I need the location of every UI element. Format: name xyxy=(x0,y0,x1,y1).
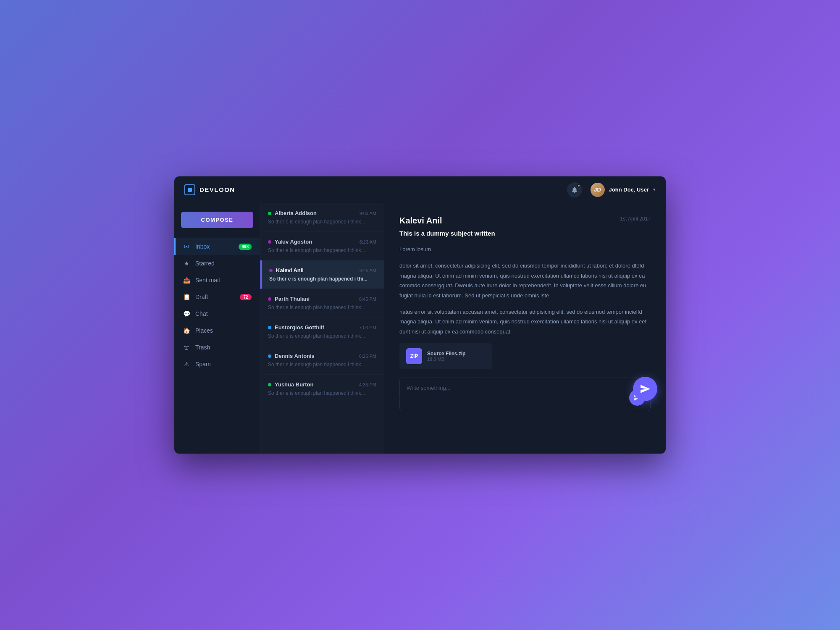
chat-label: Chat xyxy=(195,310,208,317)
nav-items: ✉Inbox998★Starred📤Sent mail📋Draft72💬Chat… xyxy=(174,238,260,373)
email-from-name: Kalevi Anil xyxy=(399,216,442,226)
sidebar-item-inbox[interactable]: ✉Inbox998 xyxy=(174,238,260,255)
sidebar: COMPOSE ✉Inbox998★Starred📤Sent mail📋Draf… xyxy=(174,203,260,454)
attachment-icon: ZIP xyxy=(406,348,422,364)
logo-area: DEVLOON xyxy=(184,184,235,195)
email-list-item[interactable]: Eustorgios Gotthilf7:03 PMSo ther e is e… xyxy=(260,318,384,346)
places-label: Places xyxy=(195,327,213,334)
reply-placeholder: Write something... xyxy=(407,385,451,391)
email-time: 7:03 PM xyxy=(359,325,376,330)
header: DEVLOON JD John Doe, User ▾ xyxy=(174,176,666,203)
email-preview: So ther e is enough plan happened i thin… xyxy=(268,333,376,339)
notification-button[interactable] xyxy=(567,182,582,197)
sidebar-item-spam[interactable]: ⚠Spam xyxy=(174,356,260,373)
email-item-header: Yakiv Agoston8:23 AM xyxy=(268,239,376,245)
email-time: 4:35 PM xyxy=(359,382,376,387)
fab-send-icon xyxy=(640,383,651,394)
email-list-item[interactable]: Dennis Antonis6:25 PMSo ther e is enough… xyxy=(260,346,384,375)
email-time: 8:23 AM xyxy=(360,239,376,244)
user-area[interactable]: JD John Doe, User ▾ xyxy=(591,183,656,197)
email-subject: This is a dummy subject written xyxy=(399,230,651,237)
sidebar-item-chat[interactable]: 💬Chat xyxy=(174,305,260,322)
email-item-header: Parth Thulani8:45 PM xyxy=(268,296,376,302)
starred-label: Starred xyxy=(195,260,215,267)
draft-badge: 72 xyxy=(240,294,252,300)
trash-label: Trash xyxy=(195,344,210,351)
header-right: JD John Doe, User ▾ xyxy=(567,182,656,197)
sidebar-item-draft[interactable]: 📋Draft72 xyxy=(174,289,260,305)
email-sender: Eustorgios Gotthilf xyxy=(268,324,324,331)
email-list-item[interactable]: Kalevi Anil6:25 AMSo ther e is enough pl… xyxy=(260,260,384,289)
status-dot xyxy=(268,354,271,358)
email-sender: Kalevi Anil xyxy=(269,267,304,273)
sent-label: Sent mail xyxy=(195,277,220,284)
email-content-wrapper: Kalevi Anil 1st April 2017 This is a dum… xyxy=(399,216,651,411)
email-sender: Dennis Antonis xyxy=(268,353,315,359)
sidebar-item-places[interactable]: 🏠Places xyxy=(174,322,260,339)
email-list-item[interactable]: Yushua Burton4:35 PMSo ther e is enough … xyxy=(260,375,384,403)
email-item-header: Yushua Burton4:35 PM xyxy=(268,381,376,388)
email-preview: So ther e is enough plan happened i thin… xyxy=(268,362,376,368)
body-para2: natus error sit voluptatem accusan amet,… xyxy=(399,307,651,336)
draft-label: Draft xyxy=(195,294,208,300)
compose-button[interactable]: COMPOSE xyxy=(181,212,253,228)
bell-icon xyxy=(571,186,578,194)
inbox-icon: ✉ xyxy=(183,243,190,250)
email-preview: So ther e is enough plan happened i thin… xyxy=(268,247,376,253)
places-icon: 🏠 xyxy=(183,327,190,334)
status-dot xyxy=(268,212,271,215)
sidebar-item-sent[interactable]: 📤Sent mail xyxy=(174,272,260,289)
email-sender: Alberta Addison xyxy=(268,210,317,216)
email-item-header: Alberta Addison9:03 AM xyxy=(268,210,376,216)
email-list-item[interactable]: Parth Thulani8:45 PMSo ther e is enough … xyxy=(260,289,384,318)
starred-icon: ★ xyxy=(183,260,190,267)
avatar: JD xyxy=(591,183,605,197)
status-dot xyxy=(268,240,271,244)
email-sender: Parth Thulani xyxy=(268,296,310,302)
email-item-header: Kalevi Anil6:25 AM xyxy=(269,267,376,273)
email-sender: Yakiv Agoston xyxy=(268,239,312,245)
sidebar-item-starred[interactable]: ★Starred xyxy=(174,255,260,272)
app-container: DEVLOON JD John Doe, User ▾ COMPOSE xyxy=(174,176,666,454)
status-dot xyxy=(268,326,271,329)
email-preview: So ther e is enough plan happened i thin… xyxy=(268,304,376,310)
email-preview: So ther e is enough plan happened i thin… xyxy=(268,390,376,396)
user-name: John Doe, User xyxy=(609,186,649,193)
app-name: DEVLOON xyxy=(200,186,235,193)
email-list-item[interactable]: Yakiv Agoston8:23 AMSo ther e is enough … xyxy=(260,232,384,260)
reply-box[interactable]: Write something... xyxy=(399,378,651,411)
email-preview: So ther e is enough plan happened i thin… xyxy=(268,219,376,225)
fab-send-button[interactable] xyxy=(633,377,657,401)
spam-label: Spam xyxy=(195,361,211,368)
status-dot xyxy=(269,269,273,272)
notification-badge xyxy=(577,184,580,187)
body-para1: dolor sit amet, consectetur adipisicing … xyxy=(399,261,651,300)
attachment-size: 18.8 MB xyxy=(427,357,465,362)
email-time: 6:25 AM xyxy=(360,268,376,273)
inbox-label: Inbox xyxy=(195,243,210,250)
email-time: 8:45 PM xyxy=(359,297,376,302)
attachment[interactable]: ZIP Source Files.zip 18.8 MB xyxy=(399,343,492,369)
sidebar-item-trash[interactable]: 🗑Trash xyxy=(174,339,260,356)
email-item-header: Eustorgios Gotthilf7:03 PM xyxy=(268,324,376,331)
sent-icon: 📤 xyxy=(183,276,190,284)
body-title: Lorem losum xyxy=(399,244,651,254)
main-layout: COMPOSE ✉Inbox998★Starred📤Sent mail📋Draf… xyxy=(174,203,666,454)
email-list-items: Alberta Addison9:03 AMSo ther e is enoug… xyxy=(260,203,384,403)
email-item-header: Dennis Antonis6:25 PM xyxy=(268,353,376,359)
email-content: Kalevi Anil 1st April 2017 This is a dum… xyxy=(384,203,666,454)
chat-icon: 💬 xyxy=(183,310,190,318)
email-list-item[interactable]: Alberta Addison9:03 AMSo ther e is enoug… xyxy=(260,203,384,232)
email-body: Lorem losum dolor sit amet, consectetur … xyxy=(399,244,651,336)
attachment-info: Source Files.zip 18.8 MB xyxy=(427,351,465,362)
email-content-header: Kalevi Anil 1st April 2017 xyxy=(399,216,651,226)
draft-icon: 📋 xyxy=(183,293,190,301)
email-time: 9:03 AM xyxy=(360,211,376,216)
email-list: Alberta Addison9:03 AMSo ther e is enoug… xyxy=(260,203,384,454)
email-time: 6:25 PM xyxy=(359,354,376,359)
email-sender: Yushua Burton xyxy=(268,381,313,388)
chevron-down-icon: ▾ xyxy=(653,187,656,192)
spam-icon: ⚠ xyxy=(183,360,190,368)
email-date: 1st April 2017 xyxy=(620,216,651,222)
logo-icon xyxy=(184,184,195,195)
